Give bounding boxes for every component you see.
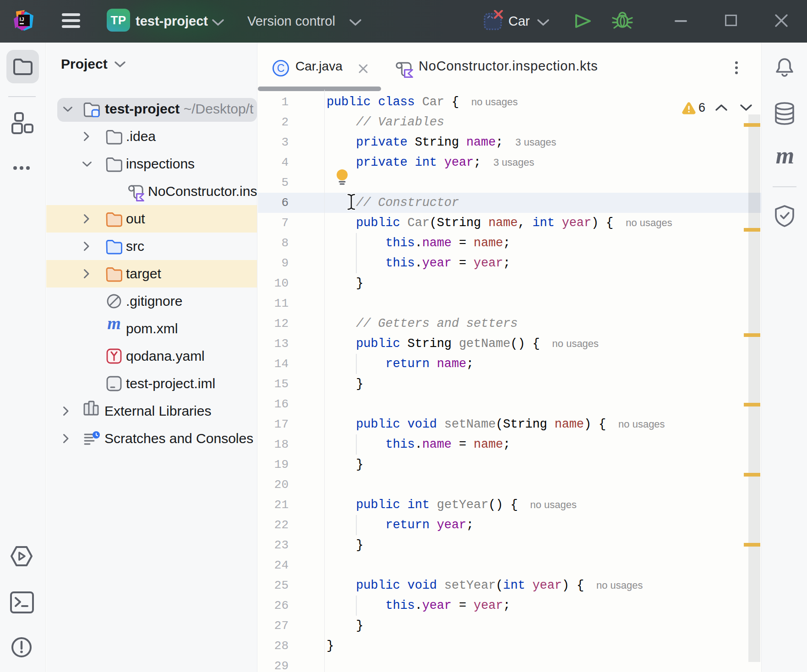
svg-text:IJ: IJ (20, 16, 25, 22)
svg-text:C: C (277, 62, 285, 74)
